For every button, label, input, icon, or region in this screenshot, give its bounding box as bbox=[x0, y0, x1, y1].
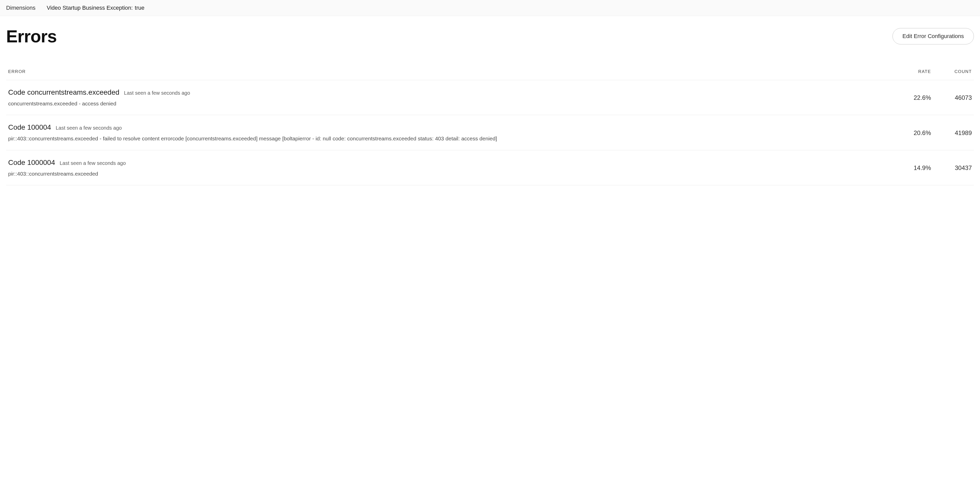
edit-error-configurations-button[interactable]: Edit Error Configurations bbox=[892, 28, 974, 45]
last-seen: Last seen a few seconds ago bbox=[56, 125, 122, 131]
table-header: ERROR RATE COUNT bbox=[6, 69, 974, 80]
error-main: Code 1000004Last seen a few seconds agop… bbox=[8, 159, 895, 177]
error-title-line: Code 1000004Last seen a few seconds ago bbox=[8, 159, 885, 167]
filter-exception[interactable]: Video Startup Business Exception: true bbox=[47, 5, 145, 11]
row-rate: 22.6% bbox=[895, 94, 931, 101]
row-rate: 20.6% bbox=[895, 129, 931, 137]
error-title: Code 1000004 bbox=[8, 159, 55, 167]
error-main: Code 100004Last seen a few seconds agopi… bbox=[8, 123, 895, 142]
row-count: 30437 bbox=[931, 164, 972, 172]
error-title: Code 100004 bbox=[8, 123, 51, 131]
filter-exception-value: true bbox=[135, 5, 145, 11]
error-description: pir::403::concurrentstreams.exceeded bbox=[8, 170, 885, 177]
error-description: concurrentstreams.exceeded - access deni… bbox=[8, 100, 885, 107]
error-title-line: Code concurrentstreams.exceededLast seen… bbox=[8, 88, 885, 97]
row-rate: 14.9% bbox=[895, 164, 931, 172]
header-row: Errors Edit Error Configurations bbox=[6, 26, 974, 46]
error-title-line: Code 100004Last seen a few seconds ago bbox=[8, 123, 885, 131]
table-row[interactable]: Code concurrentstreams.exceededLast seen… bbox=[6, 80, 974, 115]
table-row[interactable]: Code 1000004Last seen a few seconds agop… bbox=[6, 150, 974, 185]
error-title: Code concurrentstreams.exceeded bbox=[8, 88, 119, 97]
last-seen: Last seen a few seconds ago bbox=[124, 90, 190, 96]
filter-exception-label: Video Startup Business Exception: bbox=[47, 5, 133, 11]
filter-bar: Dimensions Video Startup Business Except… bbox=[0, 0, 980, 16]
error-main: Code concurrentstreams.exceededLast seen… bbox=[8, 88, 895, 107]
row-count: 41989 bbox=[931, 129, 972, 137]
error-description: pir::403::concurrentstreams.exceeded - f… bbox=[8, 135, 885, 142]
table-row[interactable]: Code 100004Last seen a few seconds agopi… bbox=[6, 115, 974, 150]
dimensions-label[interactable]: Dimensions bbox=[6, 5, 35, 11]
column-header-error[interactable]: ERROR bbox=[8, 69, 895, 74]
column-header-rate[interactable]: RATE bbox=[895, 69, 931, 74]
last-seen: Last seen a few seconds ago bbox=[60, 160, 126, 166]
column-header-count[interactable]: COUNT bbox=[931, 69, 972, 74]
page-title: Errors bbox=[6, 26, 57, 46]
row-count: 46073 bbox=[931, 94, 972, 101]
